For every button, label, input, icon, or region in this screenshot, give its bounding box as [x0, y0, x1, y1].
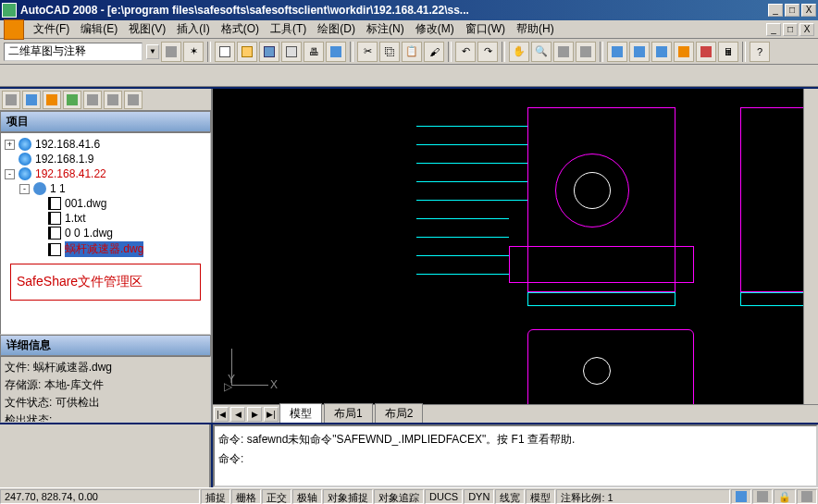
expand-icon[interactable]: +	[5, 140, 15, 150]
maximize-button[interactable]: □	[785, 4, 799, 17]
proj-tool-4[interactable]	[63, 91, 81, 109]
tree-label[interactable]: 192.168.41.6	[35, 138, 100, 151]
designcenter-button[interactable]	[629, 42, 650, 62]
zoom-window-button[interactable]	[553, 42, 574, 62]
tree-file-1[interactable]: 001.dwg	[5, 196, 206, 211]
new-button[interactable]	[215, 42, 235, 62]
tree-node-server-3[interactable]: - 192.168.41.22	[5, 166, 206, 181]
tree-node-server-2[interactable]: 192.168.1.9	[5, 152, 206, 166]
tree-label[interactable]: 1 1	[50, 182, 66, 195]
open-button[interactable]	[237, 42, 257, 62]
command-window[interactable]: 命令: safewnd未知命令"SAFEWND_.IMPLIEDFACEX"。按…	[213, 424, 818, 487]
menu-dimension[interactable]: 标注(N)	[361, 19, 410, 39]
menu-view[interactable]: 视图(V)	[123, 19, 171, 39]
drawing-canvas[interactable]: Y X ▷ |◀ ◀ ▶ ▶| 模型 布局1 布局2	[213, 89, 818, 423]
status-ortho[interactable]: 正交	[262, 489, 291, 504]
tree-label[interactable]: 0 0 1.dwg	[65, 227, 113, 240]
zoom-previous-button[interactable]	[576, 42, 596, 62]
publish-button[interactable]	[326, 42, 346, 62]
tab-layout2[interactable]: 布局2	[375, 403, 424, 423]
status-annoscale[interactable]: 注释比例: 1	[556, 489, 730, 504]
status-otrack[interactable]: 对象追踪	[374, 489, 424, 504]
plot-preview-button[interactable]: 🖶	[304, 42, 324, 62]
menu-insert[interactable]: 插入(I)	[171, 19, 215, 39]
mdi-restore-button[interactable]: □	[783, 23, 798, 36]
pan-button[interactable]: ✋	[509, 42, 529, 62]
tree-label[interactable]: 192.168.1.9	[35, 153, 93, 166]
menu-window[interactable]: 窗口(W)	[460, 19, 511, 39]
menu-file[interactable]: 文件(F)	[28, 19, 75, 39]
match-props-button[interactable]: 🖌	[424, 42, 444, 62]
undo-button[interactable]: ↶	[455, 42, 476, 62]
save-button[interactable]	[259, 42, 279, 62]
menu-format[interactable]: 格式(O)	[216, 19, 265, 39]
tab-nav-first[interactable]: |◀	[214, 407, 229, 422]
menu-draw[interactable]: 绘图(D)	[312, 19, 361, 39]
tree-label-selected[interactable]: 蜗杆减速器.dwg	[65, 241, 143, 257]
proj-tool-3[interactable]	[43, 91, 61, 109]
tree-file-2[interactable]: 1.txt	[5, 211, 206, 226]
close-button[interactable]: X	[801, 4, 816, 17]
sheetset-button[interactable]	[674, 42, 694, 62]
workspace-combo[interactable]: 二维草图与注释	[4, 43, 143, 61]
vertical-scrollbar[interactable]	[803, 89, 818, 404]
toolpalettes-button[interactable]	[651, 42, 672, 62]
status-icon-2[interactable]	[752, 489, 773, 504]
project-tree[interactable]: + 192.168.41.6 192.168.1.9 - 192.168.41.…	[0, 132, 211, 335]
proj-tool-1[interactable]	[2, 91, 20, 109]
tree-node-server-1[interactable]: + 192.168.41.6	[5, 137, 206, 152]
tab-nav-next[interactable]: ▶	[247, 407, 262, 422]
status-icon-1[interactable]	[731, 489, 751, 504]
workspace-settings-icon[interactable]	[161, 42, 181, 62]
redo-button[interactable]: ↷	[477, 42, 498, 62]
paste-button[interactable]: 📋	[402, 42, 422, 62]
proj-tool-6[interactable]	[104, 91, 122, 109]
status-coordinates[interactable]: 247.70, 828.74, 0.00	[0, 489, 200, 504]
status-grid[interactable]: 栅格	[231, 489, 261, 504]
status-osnap[interactable]: 对象捕捉	[323, 489, 373, 504]
tree-node-folder[interactable]: - 1 1	[5, 181, 206, 196]
proj-tool-2[interactable]	[22, 91, 41, 109]
plot-button[interactable]	[281, 42, 302, 62]
copy-button[interactable]: ⿻	[379, 42, 400, 62]
status-icon-lock[interactable]: 🔒	[774, 489, 796, 504]
tree-file-4[interactable]: 蜗杆减速器.dwg	[5, 240, 206, 258]
workspace-gear-icon[interactable]: ✶	[183, 42, 204, 62]
tree-label[interactable]: 192.168.41.22	[35, 167, 106, 180]
collapse-icon[interactable]: -	[5, 169, 15, 179]
calc-button[interactable]: 🖩	[718, 42, 738, 62]
zoom-button[interactable]: 🔍	[531, 42, 552, 62]
app-menu-icon[interactable]	[4, 19, 24, 40]
cut-button[interactable]: ✂	[357, 42, 378, 62]
separator	[742, 42, 746, 62]
menu-modify[interactable]: 修改(M)	[410, 19, 460, 39]
status-snap[interactable]: 捕捉	[201, 489, 230, 504]
properties-button[interactable]	[607, 42, 627, 62]
tree-label[interactable]: 1.txt	[65, 212, 86, 225]
tab-nav-prev[interactable]: ◀	[230, 407, 245, 422]
collapse-icon[interactable]: -	[19, 184, 30, 194]
minimize-button[interactable]: _	[768, 4, 783, 17]
mdi-minimize-button[interactable]: _	[766, 23, 781, 36]
menu-tools[interactable]: 工具(T)	[265, 19, 312, 39]
tab-nav-last[interactable]: ▶|	[264, 407, 279, 422]
workspace-combo-arrow[interactable]: ▼	[146, 44, 159, 59]
menu-edit[interactable]: 编辑(E)	[75, 19, 123, 39]
mdi-close-button[interactable]: X	[799, 23, 814, 36]
status-polar[interactable]: 极轴	[292, 489, 322, 504]
status-ducs[interactable]: DUCS	[425, 489, 463, 504]
help-button[interactable]: ?	[750, 42, 770, 62]
status-model[interactable]: 模型	[526, 489, 555, 504]
status-icon-3[interactable]	[797, 489, 817, 504]
command-prompt[interactable]: 命令:	[218, 449, 812, 469]
menu-help[interactable]: 帮助(H)	[511, 19, 560, 39]
tree-label[interactable]: 001.dwg	[65, 197, 106, 210]
tree-file-3[interactable]: 0 0 1.dwg	[5, 226, 206, 240]
tab-model[interactable]: 模型	[279, 403, 322, 423]
tab-layout1[interactable]: 布局1	[324, 403, 373, 423]
proj-tool-5[interactable]	[83, 91, 102, 109]
markup-button[interactable]	[696, 42, 716, 62]
status-lwt[interactable]: 线宽	[495, 489, 525, 504]
status-dyn[interactable]: DYN	[464, 489, 494, 504]
proj-tool-7[interactable]	[124, 91, 143, 109]
